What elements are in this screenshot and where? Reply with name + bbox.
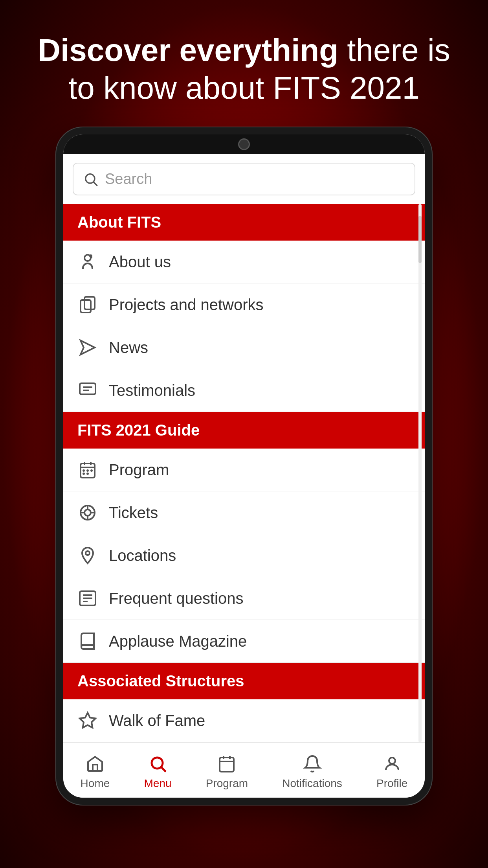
calendar-nav-icon	[217, 754, 236, 775]
hero-bold-text: Discover everything	[38, 33, 338, 68]
nav-item-profile[interactable]: Profile	[369, 750, 415, 794]
frequent-questions-label: Frequent questions	[109, 590, 243, 607]
person-icon	[383, 754, 402, 775]
menu-item-program[interactable]: Program	[63, 449, 425, 491]
svg-marker-6	[81, 340, 95, 355]
svg-point-0	[86, 174, 95, 183]
nav-label-menu: Menu	[144, 777, 171, 790]
svg-marker-31	[80, 713, 95, 728]
nav-label-home: Home	[81, 777, 110, 790]
faq-icon	[77, 588, 98, 609]
menu-item-tickets[interactable]: Tickets	[63, 491, 425, 534]
svg-point-25	[86, 551, 90, 555]
section-header-about-fits: About FITS	[63, 204, 425, 241]
copy-icon	[77, 294, 98, 315]
about-us-label: About us	[109, 253, 171, 271]
menu-content: About FITS About us	[63, 204, 425, 742]
svg-line-1	[94, 182, 97, 186]
bell-icon	[303, 754, 322, 775]
calendar-icon	[77, 460, 98, 480]
nav-label-notifications: Notifications	[282, 777, 342, 790]
phone-notch	[63, 134, 425, 154]
tickets-label: Tickets	[109, 504, 158, 522]
message-icon	[77, 380, 98, 401]
testimonials-label: Testimonials	[109, 382, 195, 399]
menu-item-locations[interactable]: Locations	[63, 534, 425, 577]
menu-item-news[interactable]: News	[63, 326, 425, 369]
svg-rect-7	[80, 383, 95, 394]
bottom-nav: Home Menu	[63, 742, 425, 798]
phone-inner: Search About FITS About us	[63, 134, 425, 798]
svg-point-33	[152, 758, 163, 769]
menu-item-about-us[interactable]: About us	[63, 241, 425, 283]
svg-rect-4	[84, 297, 95, 309]
menu-item-walk-of-fame[interactable]: Walk of Fame	[63, 699, 425, 742]
news-label: News	[109, 339, 148, 357]
applause-magazine-label: Applause Magazine	[109, 633, 247, 650]
ticket-icon	[77, 502, 98, 523]
nav-item-program[interactable]: Program	[198, 750, 256, 794]
search-bar[interactable]: Search	[73, 163, 415, 195]
section-label-about-fits: About FITS	[77, 213, 161, 231]
svg-rect-32	[93, 765, 97, 771]
svg-point-39	[389, 758, 395, 764]
scrollbar-track	[418, 204, 422, 742]
nav-label-program: Program	[206, 777, 248, 790]
navigation-icon	[77, 337, 98, 358]
nav-item-notifications[interactable]: Notifications	[274, 750, 350, 794]
section-header-associated: Associated Structures	[63, 663, 425, 699]
phone-container: Search About FITS About us	[55, 127, 433, 805]
hero-line2: to know about FITS 2021	[68, 70, 420, 105]
nav-item-home[interactable]: Home	[73, 750, 118, 794]
scrollbar-thumb[interactable]	[418, 216, 422, 263]
search-bar-container: Search	[63, 154, 425, 204]
walk-of-fame-label: Walk of Fame	[109, 712, 205, 730]
svg-line-34	[161, 767, 166, 772]
menu-icon	[149, 754, 167, 775]
book-icon	[77, 631, 98, 651]
menu-item-testimonials[interactable]: Testimonials	[63, 369, 425, 412]
projects-networks-label: Projects and networks	[109, 296, 264, 314]
nav-label-profile: Profile	[376, 777, 407, 790]
locations-label: Locations	[109, 547, 176, 565]
nav-item-menu[interactable]: Menu	[136, 750, 179, 794]
menu-item-frequent-questions[interactable]: Frequent questions	[63, 577, 425, 620]
search-placeholder-text: Search	[105, 171, 152, 188]
home-icon	[86, 754, 105, 775]
svg-point-20	[84, 509, 91, 516]
menu-item-projects-networks[interactable]: Projects and networks	[63, 283, 425, 326]
svg-rect-35	[220, 758, 234, 772]
location-icon	[77, 545, 98, 566]
menu-item-applause-magazine[interactable]: Applause Magazine	[63, 620, 425, 663]
section-label-fits-guide: FITS 2021 Guide	[77, 421, 200, 439]
search-icon	[83, 171, 99, 187]
program-label: Program	[109, 461, 169, 479]
hero-normal-text: there is	[338, 33, 450, 68]
star-icon	[77, 710, 98, 731]
phone-camera	[238, 138, 250, 150]
people-icon	[77, 252, 98, 272]
hero-section: Discover everything there is to know abo…	[0, 0, 488, 127]
svg-rect-5	[81, 300, 91, 313]
section-label-associated: Associated Structures	[77, 672, 244, 690]
section-header-fits-guide: FITS 2021 Guide	[63, 412, 425, 449]
